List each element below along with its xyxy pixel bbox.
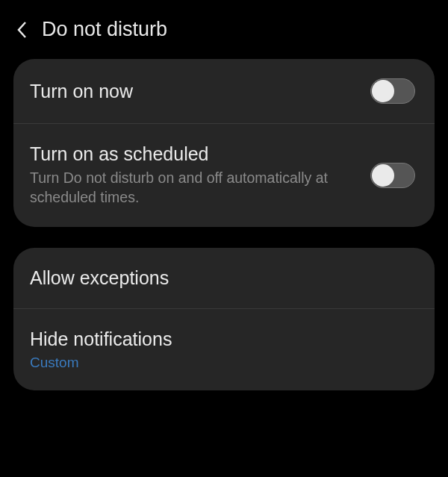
turn-on-scheduled-subtitle: Turn Do not disturb on and off automatic… [30, 168, 358, 208]
toggle-knob [372, 164, 394, 187]
row-text: Allow exceptions [30, 267, 415, 289]
hide-notifications-value: Custom [30, 355, 403, 371]
toggle-knob [372, 80, 394, 102]
card-options: Allow exceptions Hide notifications Cust… [13, 248, 435, 390]
row-allow-exceptions[interactable]: Allow exceptions [13, 248, 435, 308]
turn-on-scheduled-label: Turn on as scheduled [30, 143, 358, 165]
row-turn-on-scheduled[interactable]: Turn on as scheduled Turn Do not disturb… [13, 123, 435, 227]
turn-on-now-label: Turn on now [30, 81, 358, 102]
page-title: Do not disturb [42, 18, 167, 41]
row-hide-notifications[interactable]: Hide notifications Custom [13, 308, 435, 390]
turn-on-now-toggle[interactable] [370, 78, 415, 104]
turn-on-scheduled-toggle[interactable] [370, 163, 415, 188]
allow-exceptions-label: Allow exceptions [30, 267, 403, 289]
back-icon[interactable] [15, 23, 28, 37]
row-text: Turn on now [30, 81, 370, 102]
row-text: Hide notifications Custom [30, 328, 415, 371]
card-toggles: Turn on now Turn on as scheduled Turn Do… [13, 59, 435, 227]
row-text: Turn on as scheduled Turn Do not disturb… [30, 143, 370, 208]
row-turn-on-now[interactable]: Turn on now [13, 59, 435, 123]
header: Do not disturb [0, 0, 448, 59]
hide-notifications-label: Hide notifications [30, 328, 403, 350]
